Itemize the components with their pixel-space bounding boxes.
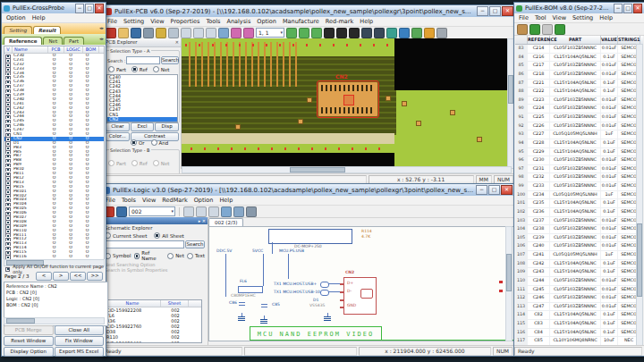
find-radio-ref-name[interactable]: Ref Name [134, 250, 165, 261]
find-radio-text[interactable]: Text [187, 250, 205, 261]
print-icon[interactable] [246, 206, 257, 217]
checkbox-icon[interactable] [5, 97, 11, 101]
menu-item-option[interactable]: Option [6, 14, 26, 21]
menu-item-tool[interactable]: Tool [535, 14, 547, 21]
maximize-button[interactable]: ▢ [85, 4, 94, 13]
checkbox-icon[interactable] [5, 238, 11, 241]
close-button[interactable]: ✕ [501, 185, 513, 195]
minimize-button[interactable]: − [75, 4, 84, 13]
board-top-icon[interactable] [286, 28, 297, 38]
checkbox-icon[interactable] [5, 189, 11, 193]
excl-button[interactable]: Excl [131, 122, 155, 131]
schematic-search-button[interactable]: Search [185, 240, 205, 248]
checkbox-icon[interactable] [5, 203, 11, 206]
menu-item-view[interactable]: View [142, 197, 156, 204]
logic-vscrollbar[interactable] [505, 226, 513, 341]
zoom-in-icon[interactable] [183, 206, 194, 217]
layer-top-icon[interactable] [231, 28, 242, 38]
drc-icon[interactable] [411, 28, 422, 38]
close-icon[interactable]: ✕ [175, 38, 179, 46]
table-row[interactable]: 105C239CL05F103ZB5NNNC0.01uFSEMCO [515, 234, 643, 243]
zoom-out-icon[interactable] [193, 28, 204, 38]
checkbox-icon[interactable] [5, 242, 11, 246]
minimize-button[interactable]: − [477, 6, 488, 16]
tab-part[interactable]: Part [64, 37, 84, 45]
menu-item-help[interactable]: Help [32, 14, 46, 21]
table-row[interactable]: 106C240CL05F103ZB5NNNC0.01uFSEMCO [515, 242, 643, 251]
menu-item-help[interactable]: Help [360, 18, 373, 25]
checkbox-icon[interactable] [5, 146, 11, 149]
table-row[interactable]: 108C242CL15Y104AQ5NLNC0.1uFSEMCO [515, 260, 643, 269]
close-button[interactable]: ✕ [502, 6, 513, 16]
checkbox-icon[interactable] [5, 194, 11, 198]
search-input[interactable] [126, 56, 160, 64]
sheet-tab[interactable]: 002 (2/3) [208, 218, 243, 226]
table-row[interactable]: 90C224CL05F103ZB5NNNC0.01uFSEMCO [515, 105, 643, 114]
chip-inner3-icon[interactable] [374, 28, 385, 38]
logic-titlebar[interactable]: PullEx-Logic v3.0 (Sep-27-2019) - [\\192… [101, 184, 514, 196]
table-row[interactable]: 110C244CL05F103ZB5NNNC0.01uFSEMCO [515, 277, 643, 286]
pcb-hscrollbar[interactable] [182, 166, 512, 173]
pager--[interactable]: < [36, 272, 52, 281]
fix-window-button[interactable]: Fix Window [55, 336, 105, 346]
sheet-radio-current-sheet[interactable]: Current Sheet [105, 232, 147, 239]
collapse-icon[interactable]: ▸ ✕ [199, 218, 206, 223]
pcb-connector-cn2[interactable] [318, 81, 378, 117]
select-icon[interactable] [168, 28, 179, 38]
tab-setting[interactable]: Setting [4, 26, 32, 34]
table-row[interactable]: 99C233CL05F103ZB5NNNC0.01uFSEMCO [515, 182, 643, 191]
redline-icon[interactable] [156, 28, 166, 38]
table-row[interactable]: 97C231CL05F103ZB5NNNC0.01uFSEMCO [515, 165, 643, 174]
print-icon[interactable] [143, 28, 154, 38]
checkbox-icon[interactable] [5, 124, 11, 128]
checkbox-icon[interactable] [5, 76, 11, 80]
checkbox-icon[interactable] [5, 176, 11, 180]
checkbox-icon[interactable] [5, 106, 11, 110]
excel-icon[interactable] [555, 24, 565, 35]
table-row[interactable]: 96C230CL05F103ZB5NNNC0.01uFSEMCO [515, 156, 643, 165]
table-row[interactable]: 85C217CL05F103ZB5NNNC0.01uFSEMCO [515, 62, 643, 71]
list-item[interactable]: CID-159923496002 [105, 341, 201, 343]
combine-radio-or[interactable]: Or [131, 139, 145, 146]
table-row[interactable]: 84C216CL15Y104AQ5NLNC0.1uFSEMCO [515, 54, 643, 63]
color--button[interactable]: Color... [106, 132, 130, 141]
checkbox-icon[interactable] [5, 115, 11, 119]
table-row[interactable]: 98C232CL05F103ZB5NNNC0.01uFSEMCO [515, 173, 643, 182]
measure-icon[interactable] [424, 28, 435, 38]
layer-combo[interactable]: 1, 1 [256, 28, 284, 38]
maximize-button[interactable]: ▢ [488, 185, 500, 195]
save-icon[interactable] [131, 28, 141, 38]
checkbox-icon[interactable] [5, 168, 11, 172]
checkbox-icon[interactable] [5, 229, 11, 232]
schematic-search-input[interactable] [105, 240, 184, 248]
table-row[interactable]: 104C238CL05F103ZB5NNNC0.01uFSEMCO [515, 225, 643, 234]
checkbox-icon[interactable] [5, 120, 11, 123]
menu-item-view[interactable]: View [553, 14, 566, 21]
sheet-radio-all-sheet[interactable]: All Sheet [154, 232, 183, 239]
checkbox-icon[interactable] [5, 207, 11, 211]
zoom-full-icon[interactable] [221, 206, 232, 217]
pcb-titlebar[interactable]: PullEx-PCB v6.0 (Sep-27-2019) - [\\192.1… [103, 5, 515, 17]
table-row[interactable]: 92C226CL05F103ZB5NNNC0.01uFSEMCO [515, 122, 643, 131]
via-view-icon[interactable] [399, 28, 410, 38]
table-row[interactable]: 93C227CL05Q105MQ5LNNH1uFSEMCO [515, 130, 643, 139]
table-row[interactable]: 113C247CL05F103ZB5NNNC0.01uFSEMCO [515, 303, 643, 312]
close-button[interactable]: ✕ [633, 4, 642, 13]
fit-screen-icon[interactable] [218, 28, 229, 38]
table-row[interactable]: 95C229CL15Y104AQ5NLNC0.1uFSEMCO [515, 148, 643, 157]
menu-item-properties[interactable]: Properties [171, 18, 200, 25]
table-row[interactable]: 101C235CL15Y104AQ5NLNC0.1uFSEMCO [515, 199, 643, 208]
zoom-in-icon[interactable] [181, 28, 191, 38]
table-row[interactable]: 102C236CL15Y104AQ5NLNC0.1uFSEMCO [515, 208, 643, 217]
capture-icon[interactable] [436, 28, 447, 38]
link-icon[interactable] [106, 28, 116, 38]
menu-item-analysis[interactable]: Analysis [226, 18, 250, 25]
tab-scroll-icons[interactable]: ◂▸ [99, 36, 104, 41]
close-button[interactable]: ✕ [95, 4, 104, 13]
checkbox-icon[interactable] [5, 141, 11, 145]
table-row[interactable]: 87C221CL15Y104AQ5NLNC0.1uFSEMCO [515, 80, 643, 88]
menu-item-file[interactable]: File [107, 18, 117, 25]
net-view-icon[interactable] [386, 28, 397, 38]
checkbox-icon[interactable] [5, 155, 11, 158]
table-row[interactable]: 107C241CL05Q105MQ5LNNH1uFSEMCO [515, 251, 643, 260]
